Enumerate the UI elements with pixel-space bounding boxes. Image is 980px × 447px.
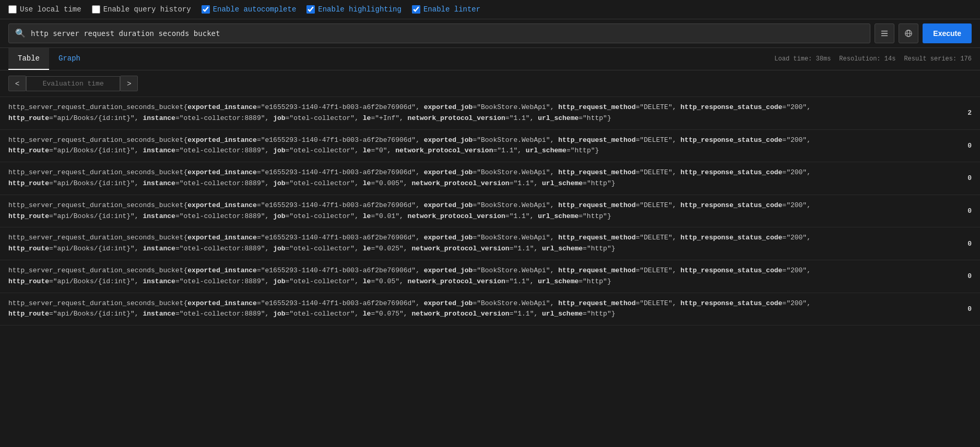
label-key: instance <box>143 179 175 187</box>
label-val: ="BookStore.WebApi" <box>473 267 550 274</box>
label-key: job <box>273 310 285 318</box>
label-val: ="200" <box>782 267 807 274</box>
result-value: 0 <box>951 135 972 157</box>
result-value: 0 <box>951 233 972 255</box>
label-val: ="0.025" <box>371 245 403 252</box>
label-val: ="otel-collector:8889" <box>175 147 265 154</box>
label-val: ="200" <box>782 201 807 209</box>
label-val: ="DELETE" <box>635 234 672 241</box>
enable-highlighting-checkbox[interactable]: Enable highlighting <box>306 5 402 14</box>
execute-button[interactable]: Execute <box>923 23 972 43</box>
label-key: http_response_status_code <box>680 299 782 307</box>
table-row: http_server_request_duration_seconds_buc… <box>0 195 980 228</box>
search-input[interactable] <box>31 29 864 38</box>
label-key: instance <box>143 277 175 285</box>
label-val: ="200" <box>782 299 807 307</box>
label-key: exported_job <box>424 103 473 111</box>
label-val: ="1.1" <box>510 245 534 252</box>
metrics-explorer-button[interactable] <box>899 23 918 43</box>
svg-rect-0 <box>881 31 888 32</box>
label-val: ="otel-collector" <box>286 147 355 154</box>
label-val: ="e1655293-1140-47f1-b003-a6f2be76906d" <box>257 103 416 111</box>
tab-graph[interactable]: Graph <box>49 48 90 70</box>
use-local-time-checkbox[interactable]: Use local time <box>8 5 81 14</box>
search-icon: 🔍 <box>15 28 26 39</box>
label-val: ="BookStore.WebApi" <box>473 136 550 144</box>
label-val: ="otel-collector:8889" <box>175 179 265 187</box>
label-key: url_scheme <box>542 245 583 252</box>
results-container: http_server_request_duration_seconds_buc… <box>0 97 980 325</box>
label-key: le <box>363 277 371 285</box>
use-local-time-label: Use local time <box>20 5 81 14</box>
label-val: ="1.1" <box>510 310 534 318</box>
label-val: ="api/Books/{id:int}" <box>49 114 135 122</box>
label-key: le <box>363 245 371 252</box>
label-key: le <box>363 114 371 122</box>
label-key: le <box>363 147 371 154</box>
tab-table[interactable]: Table <box>8 48 49 70</box>
label-key: url_scheme <box>542 179 583 187</box>
table-row: http_server_request_duration_seconds_buc… <box>0 97 980 130</box>
meta-info: Load time: 38ms Resolution: 14s Result s… <box>774 55 972 63</box>
resolution: Resolution: 14s <box>839 55 895 63</box>
metric-name: http_server_request_duration_seconds_buc… <box>8 103 183 111</box>
label-val: ="otel-collector:8889" <box>175 245 265 252</box>
label-val: ="otel-collector" <box>286 245 355 252</box>
enable-highlighting-label: Enable highlighting <box>318 5 402 14</box>
label-key: exported_job <box>424 234 473 241</box>
enable-highlighting-input[interactable] <box>306 5 315 14</box>
table-row: http_server_request_duration_seconds_buc… <box>0 293 980 326</box>
table-row: http_server_request_duration_seconds_buc… <box>0 227 980 260</box>
next-time-button[interactable]: > <box>120 76 138 91</box>
search-box: 🔍 <box>8 23 870 43</box>
prev-time-button[interactable]: < <box>8 76 26 91</box>
enable-query-history-input[interactable] <box>92 5 100 14</box>
label-val: ="200" <box>782 103 807 111</box>
label-key: http_route <box>8 147 49 154</box>
enable-linter-input[interactable] <box>412 5 420 14</box>
label-key: http_request_method <box>558 103 635 111</box>
eval-time-input[interactable] <box>26 76 120 91</box>
label-val: ="api/Books/{id:int}" <box>49 245 135 252</box>
label-key: url_scheme <box>538 277 578 285</box>
label-val: ="otel-collector:8889" <box>175 212 265 220</box>
label-val: ="0" <box>371 147 387 154</box>
label-val: ="http" <box>583 310 611 318</box>
label-val: ="DELETE" <box>635 299 672 307</box>
label-key: network_protocol_version <box>408 277 505 285</box>
label-key: http_request_method <box>558 136 635 144</box>
label-val: ="0.01" <box>371 212 399 220</box>
svg-rect-1 <box>881 33 888 34</box>
enable-autocomplete-input[interactable] <box>202 5 210 14</box>
label-key: url_scheme <box>538 212 578 220</box>
label-val: ="1.1" <box>505 212 530 220</box>
label-key: exported_instance <box>187 234 257 241</box>
label-val: ="otel-collector" <box>286 310 355 318</box>
label-key: exported_instance <box>187 267 257 274</box>
use-local-time-input[interactable] <box>8 5 17 14</box>
label-val: ="200" <box>782 234 807 241</box>
list-icon <box>880 29 889 38</box>
enable-linter-checkbox[interactable]: Enable linter <box>412 5 480 14</box>
label-val: ="e1655293-1140-47f1-b003-a6f2be76906d" <box>257 136 416 144</box>
label-val: ="1.1" <box>505 114 530 122</box>
search-row: 🔍 Execute <box>0 19 980 48</box>
enable-linter-label: Enable linter <box>423 5 480 14</box>
enable-autocomplete-checkbox[interactable]: Enable autocomplete <box>202 5 297 14</box>
result-metric: http_server_request_duration_seconds_buc… <box>8 233 942 255</box>
enable-query-history-checkbox[interactable]: Enable query history <box>92 5 191 14</box>
label-val: ="BookStore.WebApi" <box>473 299 550 307</box>
result-series: Result series: 176 <box>904 55 972 63</box>
label-key: exported_instance <box>187 103 257 111</box>
label-key: network_protocol_version <box>408 212 505 220</box>
label-val: ="+Inf" <box>371 114 399 122</box>
result-value: 0 <box>951 298 972 320</box>
label-key: http_route <box>8 179 49 187</box>
label-key: url_scheme <box>538 114 578 122</box>
label-key: http_request_method <box>558 168 635 176</box>
label-key: instance <box>143 147 175 154</box>
query-history-icon-button[interactable] <box>875 23 894 43</box>
table-row: http_server_request_duration_seconds_buc… <box>0 260 980 293</box>
label-key: le <box>363 310 371 318</box>
label-key: job <box>273 114 285 122</box>
